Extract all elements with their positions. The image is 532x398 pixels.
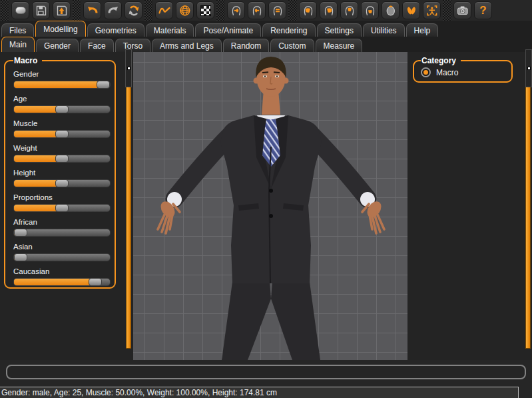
slider-muscle[interactable]: Muscle [13, 119, 111, 138]
radio-label: Macro [436, 68, 458, 77]
toolbar-separator [443, 0, 451, 21]
right-splitter-bar[interactable] [525, 63, 531, 349]
slider-proportions-track[interactable] [13, 204, 111, 212]
slider-african-handle[interactable] [14, 229, 27, 237]
load-button[interactable] [53, 1, 71, 19]
slider-caucasian-handle[interactable] [89, 278, 102, 286]
slider-asian[interactable]: Asian [13, 242, 111, 261]
makehuman-window: ? Files Modelling Geometries Materials P… [0, 0, 532, 398]
model-right-leg [271, 282, 320, 360]
slider-muscle-handle[interactable] [55, 130, 69, 138]
tab-label: Custom [278, 41, 306, 51]
slider-weight-handle[interactable] [55, 155, 69, 163]
slider-height-handle[interactable] [55, 179, 69, 187]
tab-materials[interactable]: Materials [146, 23, 194, 37]
tab-random[interactable]: Random [223, 39, 269, 52]
model-jacket-button [269, 214, 273, 218]
tab-label: Modelling [43, 25, 77, 34]
save-button[interactable] [32, 1, 50, 19]
slider-weight-track[interactable] [13, 155, 111, 163]
left-panel-splitter[interactable] [125, 52, 133, 360]
new-button[interactable] [11, 1, 29, 19]
camera-icon [456, 4, 469, 17]
tab-utilities[interactable]: Utilities [363, 23, 405, 37]
slider-gender-label: Gender [13, 69, 111, 79]
tab-torso[interactable]: Torso [115, 39, 150, 52]
slider-fill [14, 81, 103, 88]
slider-proportions-handle[interactable] [55, 204, 69, 212]
right-panel-splitter[interactable] [525, 52, 532, 360]
undo-button[interactable] [83, 1, 101, 19]
front-view-button[interactable] [268, 1, 286, 19]
toolbar-separator [1, 0, 9, 21]
slider-height[interactable]: Height [13, 168, 111, 187]
redo-button[interactable] [104, 1, 122, 19]
tab-arms-and-legs[interactable]: Arms and Legs [152, 39, 222, 52]
slider-age-handle[interactable] [55, 105, 69, 113]
tab-label: Arms and Legs [160, 41, 214, 51]
left-splitter-bottom-handle[interactable] [125, 49, 132, 87]
slider-asian-track[interactable] [13, 253, 111, 261]
radio-selected-icon[interactable] [421, 67, 431, 77]
tab-measure[interactable]: Measure [316, 39, 363, 52]
wireframe-button[interactable] [176, 1, 194, 19]
3d-viewport[interactable] [133, 52, 407, 360]
smooth-button[interactable] [155, 1, 173, 19]
load-icon [55, 4, 69, 17]
tab-main[interactable]: Main [1, 37, 35, 52]
slider-proportions[interactable]: Proportions [13, 193, 111, 212]
slider-height-track[interactable] [13, 179, 111, 187]
rotate-left-button[interactable] [248, 1, 266, 19]
tab-help[interactable]: Help [406, 23, 439, 37]
bottom-area: Gender: male, Age: 25, Muscle: 50.00%, W… [0, 360, 532, 398]
tilt-down-view-button[interactable] [361, 1, 379, 19]
tab-custom[interactable]: Custom [270, 39, 314, 52]
tilt-up-view-icon [343, 4, 356, 17]
rotate-right-button[interactable] [227, 1, 245, 19]
slider-weight[interactable]: Weight [13, 143, 111, 163]
turn-left-view-button[interactable] [299, 1, 317, 19]
reset-button[interactable] [125, 1, 142, 19]
top-view-button[interactable] [382, 1, 399, 19]
help-button[interactable]: ? [474, 1, 492, 19]
slider-age-track[interactable] [13, 105, 111, 113]
tab-label: Geometries [95, 26, 136, 35]
body-view-button[interactable] [423, 1, 441, 19]
toolbar-separator [144, 0, 153, 21]
slider-caucasian[interactable]: Caucasian [13, 267, 111, 286]
slider-african-track[interactable] [13, 229, 111, 237]
tab-label: Settings [325, 26, 354, 35]
tab-files[interactable]: Files [1, 23, 34, 37]
tab-label: Utilities [371, 26, 397, 35]
tab-geometries[interactable]: Geometries [87, 23, 144, 37]
save-icon [35, 4, 48, 17]
right-splitter-bottom-handle[interactable] [525, 49, 532, 87]
category-group-box: Category Macro [413, 56, 513, 83]
tab-modelling[interactable]: Modelling [35, 21, 85, 37]
slider-caucasian-track[interactable] [13, 278, 111, 286]
subdivision-button[interactable] [196, 1, 214, 19]
bottom-view-button[interactable] [402, 1, 420, 19]
turn-right-view-button[interactable] [320, 1, 338, 19]
tab-face[interactable]: Face [80, 39, 114, 52]
toolbar-separator [73, 0, 81, 21]
tilt-up-view-button[interactable] [340, 1, 358, 19]
slider-age[interactable]: Age [13, 94, 111, 113]
tab-settings[interactable]: Settings [317, 23, 362, 37]
slider-muscle-label: Muscle [13, 119, 111, 128]
slider-gender-handle[interactable] [97, 81, 110, 89]
slider-muscle-track[interactable] [13, 130, 111, 138]
tab-gender[interactable]: Gender [36, 39, 79, 52]
slider-gender-track[interactable] [13, 81, 111, 89]
tab-pose-animate[interactable]: Pose/Animate [195, 23, 261, 37]
slider-asian-handle[interactable] [14, 253, 27, 261]
slider-african[interactable]: African [13, 217, 111, 237]
left-splitter-bar[interactable] [126, 63, 131, 349]
tab-label: Materials [154, 26, 186, 35]
grab-screen-button[interactable] [453, 1, 471, 19]
slider-gender[interactable]: Gender [13, 69, 111, 89]
category-option-macro[interactable]: Macro [421, 67, 511, 77]
tab-rendering[interactable]: Rendering [262, 23, 315, 37]
human-model[interactable] [133, 52, 407, 360]
rotate-right-icon [230, 4, 243, 17]
